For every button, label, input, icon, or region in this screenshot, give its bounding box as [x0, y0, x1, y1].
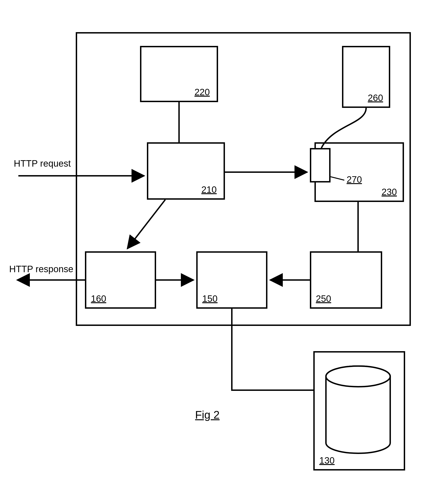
diagram-canvas: 220 260 210 230 160 150 250 130 HTTP req… [0, 0, 443, 504]
ref-210: 210 [201, 184, 217, 195]
ref-220: 220 [194, 87, 210, 97]
ref-250: 250 [316, 293, 331, 304]
box-270 [310, 148, 331, 182]
figure-caption: Fig 2 [195, 409, 220, 421]
label-http-request: HTTP request [14, 158, 71, 169]
ref-150: 150 [202, 293, 218, 304]
box-150: 150 [196, 251, 267, 309]
box-210: 210 [147, 142, 225, 200]
box-160: 160 [85, 251, 156, 309]
label-data: Data [349, 404, 369, 414]
ref-270: 270 [347, 174, 362, 185]
box-260: 260 [342, 46, 390, 108]
ref-230: 230 [382, 187, 397, 197]
box-250: 250 [310, 251, 382, 309]
label-http-response: HTTP response [9, 264, 73, 274]
box-220: 220 [140, 46, 218, 102]
ref-160: 160 [91, 293, 106, 304]
ref-260: 260 [368, 93, 383, 103]
ref-130: 130 [319, 455, 335, 466]
